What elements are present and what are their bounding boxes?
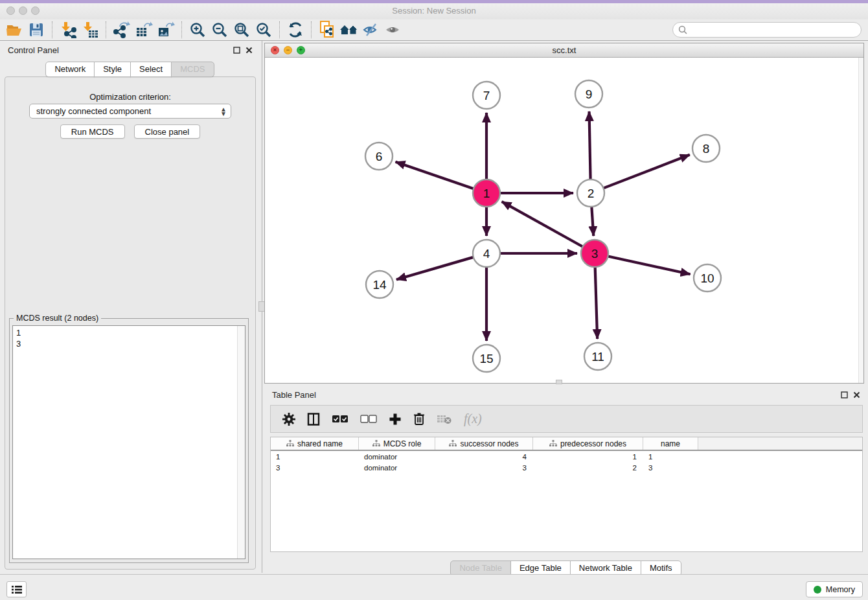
cell-predecessor-nodes[interactable]: 2 (533, 464, 643, 472)
node-2[interactable]: 2 (577, 179, 604, 207)
column-header-predecessor-nodes[interactable]: predecessor nodes (533, 437, 643, 450)
node-table[interactable]: shared nameMCDS rolesuccessor nodesprede… (270, 437, 863, 552)
node-9[interactable]: 9 (575, 80, 602, 108)
add-column-icon[interactable] (389, 413, 402, 426)
cell-shared-name[interactable]: 1 (271, 453, 359, 461)
result-scrollbar[interactable] (237, 326, 245, 559)
node-label: 1 (483, 187, 490, 200)
edge-2-9[interactable] (589, 111, 591, 179)
control-panel-tabs: NetworkStyleSelectMCDS (0, 62, 260, 77)
status-bar: Memory (0, 574, 868, 600)
import-network-icon[interactable] (57, 20, 79, 40)
show-graphics-details-icon[interactable] (382, 20, 404, 40)
cell-name[interactable]: 3 (643, 464, 698, 472)
table-row[interactable]: 1dominator411 (271, 451, 862, 462)
save-session-icon[interactable] (25, 20, 47, 40)
hide-graphics-details-icon[interactable] (360, 20, 382, 40)
zoom-in-icon[interactable] (187, 20, 209, 40)
open-session-icon[interactable] (3, 20, 25, 40)
column-header-shared-name[interactable]: shared name (271, 437, 359, 450)
close-panel-icon[interactable] (246, 47, 253, 54)
optimization-criterion-label: Optimization criterion: (5, 92, 255, 102)
zoom-out-icon[interactable] (209, 20, 231, 40)
node-6[interactable]: 6 (365, 143, 393, 170)
control-panel: Control Panel NetworkStyleSelectMCDS Opt… (0, 41, 260, 573)
mcds-panel: Optimization criterion: strongly connect… (5, 76, 256, 570)
edge-2-8[interactable] (604, 155, 690, 189)
node-label: 8 (703, 142, 710, 156)
edge-2-3[interactable] (591, 207, 593, 236)
graph-edges[interactable] (396, 111, 691, 341)
zoom-selected-icon[interactable] (253, 20, 275, 40)
node-4[interactable]: 4 (473, 240, 500, 267)
refresh-view-icon[interactable] (284, 20, 306, 40)
export-table-icon[interactable] (133, 20, 155, 40)
table-row[interactable]: 3dominator323 (271, 462, 862, 473)
column-label: shared name (297, 439, 343, 448)
main-toolbar (0, 19, 868, 41)
tab-network[interactable]: Network (45, 62, 95, 77)
tab-select[interactable]: Select (130, 62, 172, 77)
node-15[interactable]: 15 (473, 345, 500, 372)
home-layout-icon[interactable] (338, 20, 360, 40)
node-10[interactable]: 10 (694, 264, 721, 292)
edge-3-10[interactable] (608, 256, 691, 274)
node-label: 14 (372, 278, 387, 292)
edge-3-11[interactable] (595, 267, 597, 339)
memory-button[interactable]: Memory (806, 581, 863, 597)
node-7[interactable]: 7 (473, 82, 500, 109)
node-label: 15 (479, 352, 493, 365)
column-header-name[interactable]: name (643, 437, 698, 450)
node-label: 6 (376, 150, 383, 163)
cell-mcds-role[interactable]: dominator (359, 453, 435, 461)
export-network-icon[interactable] (111, 20, 133, 40)
node-11[interactable]: 11 (584, 343, 611, 370)
run-mcds-button[interactable]: Run MCDS (60, 124, 125, 139)
column-layout-icon[interactable] (307, 413, 320, 426)
table-settings-icon[interactable] (282, 413, 295, 426)
cell-name[interactable]: 1 (643, 453, 698, 461)
edge-3-1[interactable] (502, 202, 583, 247)
column-header-successor-nodes[interactable]: successor nodes (435, 437, 533, 450)
mcds-result-text[interactable]: 13 (12, 325, 246, 559)
close-panel-button[interactable]: Close panel (134, 124, 201, 139)
cell-successor-nodes[interactable]: 3 (435, 464, 533, 472)
cell-mcds-role[interactable]: dominator (359, 464, 435, 472)
task-history-button[interactable] (6, 581, 27, 597)
cell-successor-nodes[interactable]: 4 (435, 453, 533, 461)
export-image-icon[interactable] (155, 20, 177, 40)
memory-status-icon (814, 586, 821, 594)
delete-table-icon[interactable] (437, 413, 452, 425)
network-window-titlebar[interactable]: × − + scc.txt (265, 43, 863, 58)
import-table-icon[interactable] (79, 20, 101, 40)
node-1[interactable]: 1 (473, 179, 500, 207)
tab-mcds[interactable]: MCDS (171, 62, 214, 77)
float-panel-icon[interactable] (233, 47, 240, 54)
function-builder-icon[interactable]: f(x) (464, 411, 482, 426)
node-14[interactable]: 14 (366, 271, 393, 298)
edge-1-6[interactable] (396, 162, 474, 189)
node-8[interactable]: 8 (692, 135, 720, 162)
float-table-panel-icon[interactable] (841, 391, 848, 398)
close-table-panel-icon[interactable] (853, 391, 860, 398)
unselect-all-columns-icon[interactable] (360, 415, 377, 424)
zoom-fit-icon[interactable] (231, 20, 253, 40)
column-header-mcds-role[interactable]: MCDS role (359, 437, 435, 450)
criterion-dropdown[interactable]: strongly connected component ▲▼ (29, 104, 231, 119)
horizontal-splitter-handle[interactable] (556, 380, 562, 384)
search-input[interactable] (691, 25, 852, 34)
delete-column-icon[interactable] (413, 412, 425, 426)
node-3[interactable]: 3 (581, 240, 608, 267)
edge-4-14[interactable] (396, 257, 474, 280)
network-view-window: × − + scc.txt 1234678910111415 (264, 43, 864, 384)
network-canvas[interactable]: 1234678910111415 (265, 58, 863, 383)
select-all-columns-icon[interactable] (332, 415, 348, 424)
cell-shared-name[interactable]: 3 (271, 464, 359, 472)
cell-predecessor-nodes[interactable]: 1 (533, 453, 643, 461)
network-scrollbar[interactable] (858, 58, 863, 383)
search-box[interactable] (672, 22, 862, 38)
node-label: 10 (700, 271, 714, 285)
clone-network-icon[interactable] (316, 20, 338, 40)
tab-style[interactable]: Style (94, 62, 131, 77)
criterion-value: strongly connected component (36, 106, 151, 116)
